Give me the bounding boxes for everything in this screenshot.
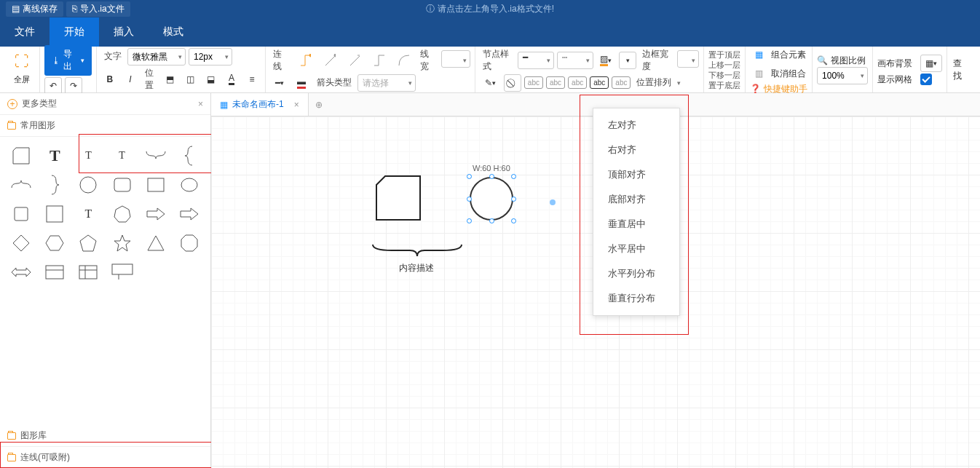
undo-button[interactable]: ↶ — [44, 77, 62, 95]
document-tab[interactable]: ▦ 未命名画布-1 × — [211, 93, 309, 116]
layer-top-button[interactable]: 置于顶层 — [708, 49, 740, 60]
canvas-shape-rect[interactable] — [375, 175, 422, 221]
canvas-shape-circle-selected[interactable]: W:60 H:60 — [470, 177, 513, 221]
menu-file[interactable]: 文件 — [0, 17, 50, 47]
shape-arrow-right[interactable] — [141, 201, 171, 227]
align-top-button[interactable]: ⬒ — [162, 71, 179, 88]
connector-type-3[interactable] — [344, 52, 365, 69]
shortcuts-button[interactable]: 快捷键助手 — [764, 84, 807, 94]
align-bottom-button[interactable]: ⬓ — [202, 71, 220, 88]
shape-pentagon[interactable] — [73, 230, 103, 256]
connector-type-5[interactable] — [392, 52, 414, 69]
redo-button[interactable]: ↷ — [65, 77, 82, 95]
abc-style-2[interactable]: abc — [546, 76, 565, 89]
line-color-button[interactable]: ▬ — [292, 74, 311, 92]
align-v-center[interactable]: 垂直居中 — [593, 212, 679, 237]
bold-button[interactable]: B — [101, 71, 119, 88]
menu-mode[interactable]: 模式 — [149, 17, 198, 47]
export-button[interactable]: ⭳ 导出 ▾ — [44, 45, 92, 76]
align-bottom[interactable]: 底部对齐 — [593, 187, 679, 212]
save-offline-button[interactable]: ▤ 离线保存 — [6, 1, 63, 17]
connector-type-4[interactable] — [368, 52, 390, 69]
shape-circle[interactable] — [73, 172, 103, 198]
search-group[interactable]: 查找 — [947, 47, 976, 92]
font-family-select[interactable]: 微软雅黑 — [127, 48, 186, 66]
abc-style-5[interactable]: abc — [612, 76, 631, 89]
add-tab-button[interactable]: ⊕ — [309, 100, 329, 110]
shape-brace-up[interactable] — [6, 172, 36, 198]
shape-table-2[interactable] — [73, 259, 103, 285]
chevron-down-icon[interactable]: ▾ — [677, 79, 681, 87]
layer-bottom-button[interactable]: 置于底层 — [708, 80, 740, 90]
shape-table-1[interactable] — [39, 259, 70, 285]
close-panel-button[interactable]: × — [198, 99, 203, 109]
connection-point[interactable] — [550, 199, 556, 205]
distribute-v[interactable]: 垂直行分布 — [593, 286, 679, 311]
line-width-select[interactable] — [441, 50, 470, 68]
align-right[interactable]: 右对齐 — [593, 138, 679, 162]
more-types-header[interactable]: + 更多类型 × — [0, 93, 210, 115]
group-button[interactable]: 组合元素 — [771, 49, 806, 60]
common-shapes-header[interactable]: 常用图形 — [0, 115, 210, 137]
italic-button[interactable]: I — [122, 71, 139, 88]
shape-brace-down[interactable] — [141, 143, 171, 169]
shape-text-big[interactable]: T — [39, 143, 70, 169]
abc-style-3[interactable]: abc — [568, 76, 587, 89]
arrow-type-select[interactable]: 请选择 — [357, 74, 416, 92]
import-ia-button[interactable]: ⎘ 导入.ia文件 — [66, 1, 130, 17]
distribute-h[interactable]: 水平列分布 — [593, 261, 679, 286]
align-button[interactable]: ≡ — [243, 71, 261, 88]
format-painter-button[interactable]: ✎▾ — [480, 74, 501, 92]
shape-diamond[interactable] — [6, 230, 36, 256]
abc-style-4[interactable]: abc — [590, 76, 609, 89]
shape-brace-left[interactable] — [39, 172, 70, 198]
close-tab-button[interactable]: × — [294, 100, 299, 110]
show-grid-checkbox[interactable] — [920, 74, 932, 85]
border-width-select[interactable] — [677, 50, 699, 68]
layer-up-button[interactable]: 上移一层 — [708, 60, 740, 70]
align-top[interactable]: 顶部对齐 — [593, 162, 679, 187]
clear-format-button[interactable]: ⃠ — [504, 74, 521, 92]
layer-down-button[interactable]: 下移一层 — [708, 70, 740, 80]
dash-style-select[interactable]: ┄ — [557, 52, 593, 69]
font-size-select[interactable]: 12px — [189, 48, 232, 66]
zoom-select[interactable]: 100% — [817, 67, 868, 84]
shape-hexagon[interactable] — [39, 230, 70, 256]
shape-arrow-right-2[interactable] — [174, 201, 205, 227]
shape-text-t[interactable]: T — [73, 201, 103, 227]
fill-color-button[interactable]: ▨▾ — [596, 52, 616, 69]
line-style-select[interactable]: ━ — [518, 52, 554, 69]
shape-library-header[interactable]: 图形库 — [0, 425, 210, 447]
align-h-center[interactable]: 水平居中 — [593, 237, 679, 261]
abc-style-1[interactable]: abc — [524, 76, 543, 89]
shape-rect[interactable] — [141, 172, 171, 198]
shape-square-sm[interactable] — [6, 201, 36, 227]
shape-double-arrow[interactable] — [6, 259, 36, 285]
connector-type-1[interactable] — [294, 52, 316, 69]
shape-rect-cut[interactable] — [6, 143, 36, 169]
shape-star[interactable] — [107, 230, 138, 256]
ungroup-button[interactable]: 取消组合 — [771, 68, 806, 79]
shape-rounded-rect[interactable] — [107, 172, 138, 198]
shape-text-small-2[interactable]: T — [107, 143, 138, 169]
shape-square[interactable] — [39, 201, 70, 227]
connectors-header[interactable]: 连线(可吸附) — [0, 447, 210, 468]
fullscreen-icon[interactable]: ⛶ — [10, 49, 33, 73]
menu-insert[interactable]: 插入 — [99, 17, 149, 47]
align-left[interactable]: 左对齐 — [593, 113, 679, 138]
canvas-bg-button[interactable]: ▦▾ — [920, 55, 942, 72]
align-middle-button[interactable]: ◫ — [182, 71, 199, 88]
shape-brace-right[interactable] — [174, 143, 205, 169]
line-style-button[interactable]: ━▾ — [270, 74, 289, 92]
shape-text-small-1[interactable]: T — [73, 143, 103, 169]
shape-callout[interactable] — [107, 259, 138, 285]
shape-triangle[interactable] — [141, 230, 171, 256]
border-color-button[interactable]: ▾ — [619, 52, 636, 69]
menu-start[interactable]: 开始 — [50, 17, 99, 47]
connector-type-2[interactable] — [319, 52, 341, 69]
shape-octagon[interactable] — [174, 230, 205, 256]
shape-heptagon[interactable] — [107, 201, 138, 227]
canvas[interactable]: 内容描述 W:60 H:60 左对齐 右对齐 顶部对齐 底部对齐 — [211, 116, 980, 468]
font-color-button[interactable]: A — [223, 71, 240, 88]
shape-ellipse[interactable] — [174, 172, 205, 198]
